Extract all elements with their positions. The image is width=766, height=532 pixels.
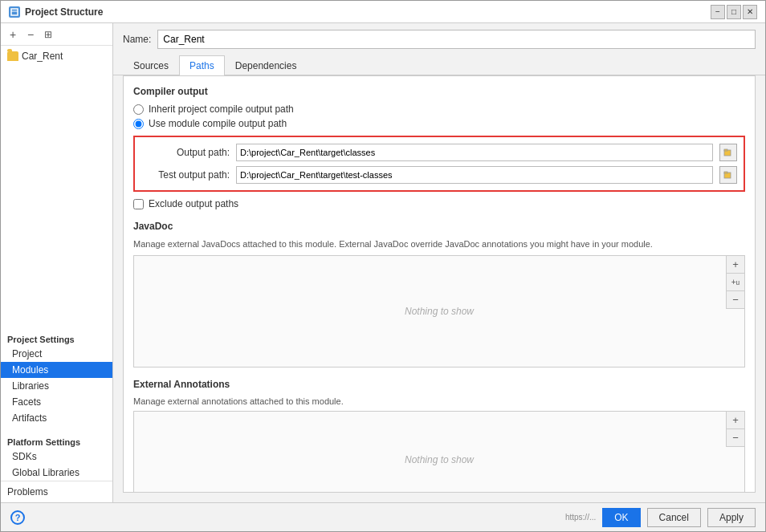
radio-inherit-label: Inherit project compile output path — [149, 104, 294, 115]
platform-settings-header: Platform Settings — [1, 433, 112, 449]
tabs-bar: Sources Paths Dependencies — [113, 55, 765, 75]
tree-item-car-rent[interactable]: Car_Rent — [1, 49, 112, 63]
name-row: Name: — [113, 23, 765, 55]
javadoc-toolbar: + +u − — [726, 256, 744, 309]
maximize-button[interactable]: □ — [727, 5, 741, 19]
dialog-title: Project Structure — [25, 6, 103, 18]
ext-annotations-remove-button[interactable]: − — [727, 429, 744, 447]
apply-button[interactable]: Apply — [707, 508, 756, 527]
exclude-row: Exclude output paths — [133, 198, 745, 209]
svg-rect-5 — [724, 172, 727, 173]
ext-annotations-list-panel: + − Nothing to show — [133, 411, 745, 493]
javadoc-add-button[interactable]: + — [727, 256, 744, 274]
ext-annotations-toolbar: + − — [726, 412, 744, 447]
ok-button[interactable]: OK — [602, 508, 640, 527]
right-panel: Name: Sources Paths Dependencies Compile… — [113, 23, 765, 502]
sidebar-toolbar: + − ⊞ — [1, 23, 112, 46]
title-bar-left: Project Structure — [9, 6, 103, 18]
folder-icon — [7, 51, 18, 61]
ext-annotations-add-button[interactable]: + — [727, 412, 744, 429]
main-content: + − ⊞ Car_Rent Project Settings Project … — [1, 23, 765, 502]
ext-annotations-empty-label: Nothing to show — [134, 412, 744, 493]
bottom-right: https://... OK Cancel Apply — [565, 508, 756, 527]
tree-item-label: Car_Rent — [22, 51, 63, 62]
output-path-input[interactable] — [236, 144, 713, 161]
add-module-button[interactable]: + — [6, 27, 20, 42]
sidebar-item-global-libraries[interactable]: Global Libraries — [1, 465, 112, 481]
exclude-checkbox[interactable] — [133, 199, 144, 209]
svg-rect-3 — [724, 149, 727, 151]
radio-inherit[interactable] — [133, 104, 144, 115]
sidebar: + − ⊞ Car_Rent Project Settings Project … — [1, 23, 113, 502]
javadoc-list-panel: + +u − Nothing to show — [133, 255, 745, 368]
remove-module-button[interactable]: − — [23, 27, 38, 42]
cancel-button[interactable]: Cancel — [647, 508, 701, 527]
sidebar-item-artifacts[interactable]: Artifacts — [1, 410, 112, 426]
sidebar-item-problems[interactable]: Problems — [1, 481, 112, 502]
output-path-browse-button[interactable] — [719, 144, 737, 161]
test-output-path-label: Test output path: — [141, 169, 230, 181]
name-input[interactable] — [157, 30, 756, 49]
name-label: Name: — [123, 34, 151, 45]
ext-annotations-section: External Annotations Manage external ann… — [133, 379, 745, 493]
bottom-left: ? — [10, 510, 25, 525]
javadoc-add-url-button[interactable]: +u — [727, 274, 744, 291]
panel-content: Compiler output Inherit project compile … — [123, 75, 756, 493]
ext-annotations-description: Manage external annotations attached to … — [133, 396, 745, 406]
expand-module-button[interactable]: ⊞ — [41, 27, 55, 42]
javadoc-title: JavaDoc — [133, 221, 745, 232]
javadoc-description: Manage external JavaDocs attached to thi… — [133, 238, 745, 250]
sidebar-item-facets[interactable]: Facets — [1, 394, 112, 410]
javadoc-remove-button[interactable]: − — [727, 291, 744, 309]
title-bar-controls: − □ ✕ — [711, 5, 757, 19]
module-tree: Car_Rent — [1, 46, 112, 330]
tab-paths[interactable]: Paths — [179, 55, 225, 75]
radio-row-module: Use module compile output path — [133, 118, 745, 129]
compiler-output-title: Compiler output — [133, 86, 745, 97]
project-structure-dialog: Project Structure − □ ✕ + − ⊞ Car_Rent P… — [0, 0, 766, 532]
project-settings-header: Project Settings — [1, 330, 112, 346]
test-output-path-row: Test output path: — [141, 166, 737, 184]
test-output-path-browse-button[interactable] — [719, 166, 737, 184]
javadoc-empty-label: Nothing to show — [134, 256, 744, 367]
javadoc-section: JavaDoc Manage external JavaDocs attache… — [133, 221, 745, 368]
minimize-button[interactable]: − — [711, 5, 725, 19]
sidebar-item-modules[interactable]: Modules — [1, 362, 112, 378]
radio-row-inherit: Inherit project compile output path — [133, 104, 745, 115]
status-url: https://... — [565, 513, 596, 522]
svg-rect-0 — [11, 9, 18, 15]
ext-annotations-title: External Annotations — [133, 379, 745, 390]
tab-dependencies[interactable]: Dependencies — [225, 55, 308, 75]
output-path-label: Output path: — [141, 147, 230, 158]
sidebar-item-project[interactable]: Project — [1, 346, 112, 362]
sidebar-item-libraries[interactable]: Libraries — [1, 378, 112, 394]
compiler-output-radio-group: Inherit project compile output path Use … — [133, 104, 745, 129]
test-output-path-input[interactable] — [236, 166, 713, 184]
close-button[interactable]: ✕ — [743, 5, 757, 19]
exclude-label: Exclude output paths — [149, 198, 238, 209]
help-button[interactable]: ? — [10, 510, 25, 525]
tab-sources[interactable]: Sources — [123, 55, 179, 75]
radio-module[interactable] — [133, 119, 144, 129]
dialog-icon — [9, 6, 20, 18]
bottom-bar: ? https://... OK Cancel Apply — [1, 502, 765, 531]
output-path-row: Output path: — [141, 144, 737, 161]
path-section: Output path: Test output path: — [133, 136, 745, 192]
title-bar: Project Structure − □ ✕ — [1, 1, 765, 23]
sidebar-item-sdks[interactable]: SDKs — [1, 449, 112, 465]
radio-module-label: Use module compile output path — [149, 118, 287, 129]
